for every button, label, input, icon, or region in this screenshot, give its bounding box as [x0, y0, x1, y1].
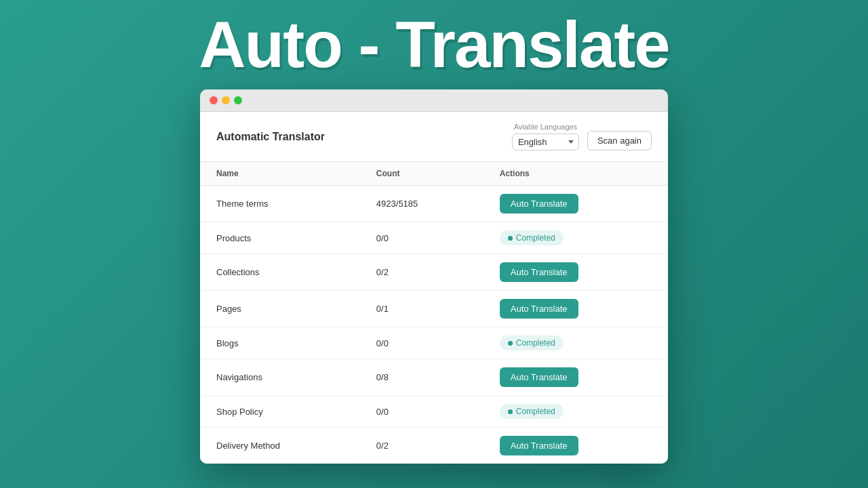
col-name: Name — [200, 162, 360, 186]
table-header-row: Name Count Actions — [200, 162, 668, 186]
row-name: Products — [200, 222, 360, 254]
language-select[interactable]: English French Spanish German Italian Po… — [512, 134, 579, 150]
row-name: Collections — [200, 254, 360, 291]
page-title: Auto - Translate — [199, 12, 669, 77]
table-row: Products0/0Completed — [200, 222, 668, 254]
row-count: 0/1 — [360, 291, 484, 327]
row-count: 4923/5185 — [360, 186, 484, 222]
completed-badge: Completed — [500, 336, 564, 350]
close-button[interactable] — [210, 96, 218, 104]
row-action: Auto Translate — [484, 254, 668, 291]
row-name: Blogs — [200, 327, 360, 359]
row-count: 0/0 — [360, 222, 484, 254]
row-name: Pages — [200, 291, 360, 327]
auto-translate-button[interactable]: Auto Translate — [500, 299, 578, 319]
row-count: 0/0 — [360, 396, 484, 428]
table-row: Navigations0/8Auto Translate — [200, 359, 668, 396]
row-action: Auto Translate — [484, 359, 668, 396]
col-actions: Actions — [484, 162, 668, 186]
row-action: Completed — [484, 327, 668, 359]
table-row: Theme terms4923/5185Auto Translate — [200, 186, 668, 222]
row-name: Theme terms — [200, 186, 360, 222]
window-header: Automatic Translator Aviable Languages E… — [200, 112, 668, 162]
row-name: Shop Policy — [200, 396, 360, 428]
translation-table: Name Count Actions Theme terms4923/5185A… — [200, 162, 668, 464]
row-count: 0/2 — [360, 254, 484, 291]
row-action: Auto Translate — [484, 428, 668, 464]
app-window: Automatic Translator Aviable Languages E… — [200, 89, 668, 464]
completed-badge: Completed — [500, 404, 564, 419]
row-action: Auto Translate — [484, 186, 668, 222]
row-action: Completed — [484, 222, 668, 254]
table-row: Delivery Method0/2Auto Translate — [200, 428, 668, 464]
window-content: Automatic Translator Aviable Languages E… — [200, 112, 668, 464]
minimize-button[interactable] — [222, 96, 230, 104]
row-action: Completed — [484, 396, 668, 428]
row-name: Navigations — [200, 359, 360, 396]
auto-translate-button[interactable]: Auto Translate — [500, 367, 578, 387]
table-row: Shop Policy0/0Completed — [200, 396, 668, 428]
language-group: Aviable Languages English French Spanish… — [512, 123, 579, 150]
completed-dot-icon — [508, 409, 513, 414]
table-row: Pages0/1Auto Translate — [200, 291, 668, 327]
available-languages-label: Aviable Languages — [514, 123, 577, 131]
table-row: Blogs0/0Completed — [200, 327, 668, 359]
row-count: 0/2 — [360, 428, 484, 464]
completed-dot-icon — [508, 236, 513, 241]
row-action: Auto Translate — [484, 291, 668, 327]
auto-translate-button[interactable]: Auto Translate — [500, 436, 578, 455]
header-controls: Aviable Languages English French Spanish… — [512, 123, 652, 150]
app-subtitle: Automatic Translator — [216, 131, 325, 143]
row-count: 0/8 — [360, 359, 484, 396]
window-titlebar — [200, 89, 668, 112]
maximize-button[interactable] — [234, 96, 242, 104]
table-row: Collections0/2Auto Translate — [200, 254, 668, 291]
col-count: Count — [360, 162, 484, 186]
row-name: Delivery Method — [200, 428, 360, 464]
scan-again-button[interactable]: Scan again — [587, 131, 652, 150]
completed-badge: Completed — [500, 230, 564, 245]
row-count: 0/0 — [360, 327, 484, 359]
completed-dot-icon — [508, 341, 513, 346]
auto-translate-button[interactable]: Auto Translate — [500, 262, 578, 282]
auto-translate-button[interactable]: Auto Translate — [500, 194, 578, 214]
